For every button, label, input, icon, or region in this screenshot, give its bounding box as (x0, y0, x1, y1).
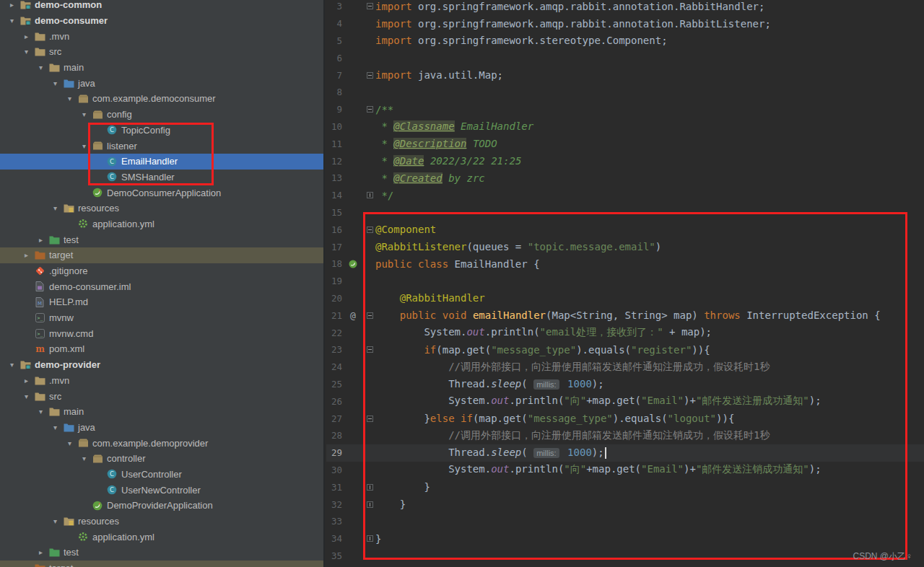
chevron-right-icon[interactable]: ▸ (35, 236, 47, 244)
chevron-down-icon[interactable]: ▾ (78, 454, 90, 462)
tree-item-test[interactable]: ▸test (0, 232, 323, 247)
chevron-down-icon[interactable]: ▾ (20, 392, 32, 400)
tree-item-help-md[interactable]: MHELP.md (0, 294, 323, 310)
chevron-down-icon[interactable]: ▾ (64, 439, 76, 447)
code-line-26[interactable]: 26 System.out.println("向"+map.get("Email… (326, 392, 924, 410)
fold-open-icon[interactable] (367, 72, 373, 79)
tree-item-controller[interactable]: ▾controller (0, 451, 323, 467)
code-line-3[interactable]: 3import org.springframework.amqp.rabbit.… (326, 0, 924, 15)
tree-item-emailhandler[interactable]: CEmailHandler (0, 154, 323, 170)
code-line-33[interactable]: 33 (326, 513, 924, 530)
fold-open-icon[interactable] (367, 416, 373, 422)
tree-item-resources[interactable]: ▾resources (0, 201, 323, 216)
tree-item-src[interactable]: ▾src (0, 44, 323, 60)
code-line-35[interactable]: 35 (326, 548, 924, 565)
code-line-18[interactable]: 18public class EmailHandler { (326, 255, 924, 273)
amqp-listener-gutter-icon[interactable]: @ (342, 310, 364, 321)
code-line-6[interactable]: 6 (326, 49, 924, 66)
code-line-28[interactable]: 28 //调用外部接口，向注册使用邮箱发送邮件通知注销成功，假设耗时1秒 (326, 427, 924, 444)
tree-item-democonsumerapplication[interactable]: DemoConsumerApplication (0, 185, 323, 201)
code-line-11[interactable]: 11 * @Description TODO (326, 135, 924, 152)
tree-item-com-example-demoprovider[interactable]: ▾com.example.demoprovider (0, 435, 323, 451)
tree-item-demo-consumer[interactable]: ▾demo-consumer (0, 13, 323, 29)
tree-item-usercontroller[interactable]: CUserController (0, 467, 323, 483)
tree-item-src[interactable]: ▾src (0, 388, 323, 404)
tree-item-demo-common[interactable]: ▸demo-common (0, 0, 323, 13)
tree-item-mvn[interactable]: ▸.mvn (0, 373, 323, 389)
tree-item-main[interactable]: ▾main (0, 404, 323, 420)
tree-item-target[interactable]: ▸target (0, 561, 323, 567)
code-line-9[interactable]: 9/** (326, 101, 924, 118)
chevron-right-icon[interactable]: ▸ (20, 251, 32, 259)
tree-item-main[interactable]: ▾main (0, 60, 323, 76)
code-line-8[interactable]: 8 (326, 84, 924, 101)
tree-item-com-example-democonsumer[interactable]: ▾com.example.democonsumer (0, 91, 323, 107)
fold-end-icon[interactable] (367, 192, 373, 198)
code-line-34[interactable]: 34} (326, 530, 924, 548)
code-line-29[interactable]: 29 Thread.sleep( millis: 1000); (326, 444, 924, 462)
tree-item-application-yml[interactable]: application.yml (0, 216, 323, 232)
code-line-10[interactable]: 10 * @Classname EmailHandler (326, 118, 924, 136)
tree-item-mvnw[interactable]: >_mvnw (0, 310, 323, 326)
fold-open-icon[interactable] (367, 312, 373, 319)
tree-item-java[interactable]: ▾java (0, 420, 323, 436)
code-editor[interactable]: 3import org.springframework.amqp.rabbit.… (326, 0, 924, 567)
tree-item-demoproviderapplication[interactable]: DemoProviderApplication (0, 498, 323, 514)
code-line-23[interactable]: 23 if(map.get("message_type").equals("re… (326, 341, 924, 359)
code-line-12[interactable]: 12 * @Date 2022/3/22 21:25 (326, 152, 924, 170)
tree-item-target[interactable]: ▸target (0, 247, 323, 263)
tree-item-java[interactable]: ▾java (0, 75, 323, 91)
tree-item-resources[interactable]: ▾resources (0, 514, 323, 529)
tree-item-listener[interactable]: ▾listener (0, 138, 323, 154)
chevron-down-icon[interactable]: ▾ (35, 408, 47, 416)
code-line-27[interactable]: 27 }else if(map.get("message_type").equa… (326, 410, 924, 427)
code-line-30[interactable]: 30 System.out.println("向"+map.get("Email… (326, 462, 924, 479)
chevron-right-icon[interactable]: ▸ (20, 377, 32, 384)
chevron-down-icon[interactable]: ▾ (6, 17, 18, 25)
tree-item-config[interactable]: ▾config (0, 107, 323, 123)
tree-item-demo-provider[interactable]: ▾demo-provider (0, 357, 323, 373)
code-line-21[interactable]: 21@ public void emailHandler(Map<String,… (326, 307, 924, 324)
code-line-32[interactable]: 32 } (326, 496, 924, 513)
tree-item-smshandler[interactable]: CSMSHandler (0, 170, 323, 185)
tree-item-usernewcontroller[interactable]: CUserNewController (0, 482, 323, 498)
chevron-down-icon[interactable]: ▾ (49, 423, 61, 431)
tree-item-pom-xml[interactable]: mpom.xml (0, 341, 323, 357)
code-line-24[interactable]: 24 //调用外部接口，向注册使用邮箱发送邮件通知注册成功，假设耗时1秒 (326, 359, 924, 376)
code-line-20[interactable]: 20 @RabbitHandler (326, 290, 924, 307)
code-line-13[interactable]: 13 * @Created by zrc (326, 170, 924, 187)
chevron-down-icon[interactable]: ▾ (49, 79, 61, 87)
chevron-down-icon[interactable]: ▾ (20, 48, 32, 56)
chevron-down-icon[interactable]: ▾ (6, 361, 18, 369)
chevron-right-icon[interactable]: ▸ (35, 548, 47, 556)
code-line-5[interactable]: 5import org.springframework.stereotype.C… (326, 32, 924, 50)
code-line-19[interactable]: 19 (326, 273, 924, 290)
tree-item-test[interactable]: ▸test (0, 545, 323, 561)
tree-item-mvnw-cmd[interactable]: >_mvnw.cmd (0, 325, 323, 341)
chevron-down-icon[interactable]: ▾ (35, 63, 47, 71)
code-line-7[interactable]: 7import java.util.Map; (326, 66, 924, 84)
code-line-14[interactable]: 14 */ (326, 187, 924, 204)
chevron-right-icon[interactable]: ▸ (6, 1, 18, 9)
fold-open-icon[interactable] (367, 106, 373, 113)
chevron-down-icon[interactable]: ▾ (49, 204, 61, 212)
chevron-down-icon[interactable]: ▾ (64, 94, 76, 102)
code-line-15[interactable]: 15 (326, 204, 924, 221)
tree-item-mvn[interactable]: ▸.mvn (0, 28, 323, 44)
code-line-4[interactable]: 4import org.springframework.amqp.rabbit.… (326, 15, 924, 32)
code-line-31[interactable]: 31 } (326, 478, 924, 496)
chevron-down-icon[interactable]: ▾ (78, 110, 90, 118)
chevron-down-icon[interactable]: ▾ (78, 142, 90, 150)
spring-bean-gutter-icon[interactable] (342, 260, 364, 268)
tree-item-application-yml[interactable]: application.yml (0, 529, 323, 545)
code-line-22[interactable]: 22 System.out.println("email处理，接收到了：" + … (326, 324, 924, 341)
fold-open-icon[interactable] (367, 346, 373, 353)
fold-end-icon[interactable] (367, 484, 373, 491)
code-line-16[interactable]: 16@Component (326, 221, 924, 238)
chevron-down-icon[interactable]: ▾ (49, 517, 61, 525)
chevron-right-icon[interactable]: ▸ (20, 564, 32, 567)
fold-open-icon[interactable] (367, 3, 373, 9)
chevron-right-icon[interactable]: ▸ (20, 32, 32, 40)
code-line-25[interactable]: 25 Thread.sleep( millis: 1000); (326, 376, 924, 393)
tree-item-gitignore[interactable]: .gitignore (0, 263, 323, 279)
